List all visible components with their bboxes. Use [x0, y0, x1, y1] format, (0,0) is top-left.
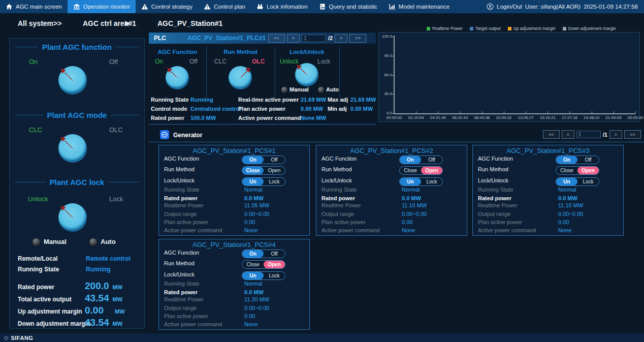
plc-lock-unlock-knob[interactable]: [295, 63, 318, 86]
auto-radio[interactable]: [89, 238, 98, 246]
agc-function-toggle[interactable]: OnOff: [242, 250, 285, 258]
agc-function-toggle-option[interactable]: Off: [421, 156, 442, 164]
agc-function-toggle-option[interactable]: On: [556, 156, 577, 164]
run-method-toggle[interactable]: CloseOpen: [399, 166, 443, 175]
lock-unlock-toggle-option[interactable]: Un: [242, 178, 264, 185]
lock-unlock-toggle-option[interactable]: Lock: [264, 272, 285, 279]
pcs-realtime-power-label: Realtime Power: [478, 202, 518, 208]
pcs-row: Run MethodCloseOpen: [164, 166, 305, 175]
run-method-toggle-option[interactable]: Close: [242, 261, 264, 268]
pcs-output-range-value: 0.00~0.00: [244, 305, 269, 311]
plc-last-page-button[interactable]: >>: [349, 34, 366, 43]
y-tick-mark: [392, 113, 394, 114]
plc-realtime-power-value: 21.69 MW: [301, 97, 326, 103]
plc-first-page-button[interactable]: <<: [268, 34, 285, 43]
lock-unlock-toggle-option[interactable]: Lock: [577, 178, 599, 185]
generator-prev-page-button[interactable]: <: [562, 130, 574, 139]
x-tick-label: 21:49:05: [605, 115, 621, 120]
lock-unlock-toggle-option[interactable]: Lock: [264, 178, 285, 185]
nav-item-agc-main-screen[interactable]: AGC main screen: [0, 0, 68, 13]
lock-unlock-toggle-option[interactable]: Un: [400, 178, 421, 185]
pcs-row: Lock/UnlockUnLock: [164, 271, 305, 281]
lock-unlock-toggle[interactable]: UnLock: [242, 271, 285, 280]
agc-function-toggle-label: AGC Function: [164, 250, 199, 256]
agc-function-toggle-option[interactable]: On: [400, 156, 421, 164]
run-method-toggle-option[interactable]: Open: [264, 167, 285, 174]
plant-agc-lock-knob[interactable]: [58, 203, 87, 232]
pcs-row: Active power commandNone: [321, 227, 463, 236]
pcs-active-power-command-value: None: [244, 321, 257, 327]
plc-auto-radio[interactable]: [317, 86, 325, 94]
breadcrumb-all-system[interactable]: All system>>: [18, 19, 61, 27]
plc-off-label: Off: [189, 58, 198, 65]
agc-function-toggle-option[interactable]: Off: [577, 156, 599, 164]
plc-max-adj-label: Max adj: [328, 97, 348, 103]
run-method-toggle[interactable]: CloseOpen: [556, 166, 599, 175]
generator-next-page-button[interactable]: >: [609, 130, 622, 139]
x-tick-mark: [592, 111, 592, 113]
agc-function-toggle-option[interactable]: On: [242, 156, 264, 164]
agc-function-toggle[interactable]: OnOff: [242, 156, 285, 164]
agc-function-toggle-option[interactable]: Off: [264, 156, 285, 164]
run-method-toggle-option[interactable]: Open: [577, 167, 599, 174]
plant-agc-mode-knob[interactable]: [58, 134, 87, 163]
nav-item-control-strategy[interactable]: Control strategy: [136, 0, 198, 13]
pcs-row: Lock/UnlockUnLock: [478, 177, 619, 186]
nav-item-label: AGC main screen: [16, 4, 62, 10]
run-method-toggle-option[interactable]: Open: [264, 261, 285, 268]
y-tick-label: 60.0: [380, 73, 392, 77]
generator-first-page-button[interactable]: <<: [543, 130, 560, 139]
plc-agc-function-knob[interactable]: [166, 66, 189, 89]
run-method-toggle[interactable]: CloseOpen: [242, 166, 285, 175]
agc-function-toggle-option[interactable]: Off: [264, 250, 285, 258]
pcs-row: AGC FunctionOnOff: [164, 250, 305, 259]
pcs-plan-active-power-value: 0.00: [402, 219, 412, 225]
plc-manual-radio[interactable]: [281, 86, 288, 94]
plc-run-method-knob[interactable]: [229, 66, 252, 89]
lock-unlock-toggle-option[interactable]: Lock: [421, 178, 442, 185]
run-method-toggle-option[interactable]: Open: [421, 167, 442, 174]
lock-unlock-toggle[interactable]: UnLock: [399, 177, 443, 186]
lock-unlock-toggle[interactable]: UnLock: [556, 177, 599, 186]
agc-function-toggle-option[interactable]: On: [242, 250, 264, 258]
plc-page-input[interactable]: [302, 35, 326, 42]
x-tick-mark: [569, 111, 570, 113]
pcs-rated-power-value: 0.0 MW: [402, 195, 421, 201]
plant-agc-function-knob[interactable]: [58, 66, 87, 95]
lock-unlock-toggle-label: Lock/Unlock: [164, 177, 195, 183]
plc-next-page-button[interactable]: >: [335, 34, 347, 43]
generator-last-page-button[interactable]: >>: [624, 130, 641, 139]
total-active-output-label: Total active output: [18, 296, 72, 303]
run-method-toggle-option[interactable]: Close: [556, 167, 577, 174]
lock-unlock-toggle[interactable]: UnLock: [242, 177, 285, 186]
login-out-link[interactable]: Login/Out: [497, 4, 522, 10]
lock-unlock-toggle-option[interactable]: Un: [556, 178, 577, 185]
knob-needle: [63, 139, 73, 149]
run-method-toggle-option[interactable]: Close: [400, 167, 421, 174]
warning-icon: [141, 3, 148, 10]
plc-control-mode-label: Control mode: [151, 106, 187, 112]
plc-prev-page-button[interactable]: <: [287, 34, 300, 43]
nav-item-control-plan[interactable]: Control plan: [198, 0, 251, 13]
run-method-toggle-option[interactable]: Close: [242, 167, 264, 174]
pcs-active-power-command-value: None: [244, 227, 257, 233]
run-method-toggle[interactable]: CloseOpen: [242, 260, 285, 269]
pcs-card-title: AGC_PV_Station#1_PCS#3: [473, 147, 623, 154]
agc-function-toggle[interactable]: OnOff: [556, 156, 599, 164]
run-method-toggle-label: Run Method: [321, 166, 352, 172]
legend-label: Realtime Power: [432, 26, 463, 31]
plant-agc-function-title: Plant AGC function: [15, 43, 139, 51]
nav-item-operation-monitor[interactable]: Operation monitor: [68, 0, 136, 13]
x-tick-label: 10:54:32: [496, 115, 511, 120]
manual-radio[interactable]: [32, 238, 41, 246]
nav-item-lock-infomation[interactable]: Lock infomation: [251, 0, 313, 13]
agc-function-toggle[interactable]: OnOff: [399, 156, 443, 164]
nav-item-model-maintenance[interactable]: Model maintenance: [383, 0, 455, 13]
pcs-plan-active-power-label: Plan active power: [321, 219, 366, 225]
y-tick-label: 0.0: [380, 111, 392, 115]
lock-unlock-toggle-option[interactable]: Un: [242, 272, 264, 279]
generator-page-input[interactable]: [576, 131, 601, 138]
rated-power-value: 200.0MW: [85, 281, 122, 292]
nav-item-query-statistic[interactable]: Query and statistic: [313, 0, 383, 13]
legend-label: Target output: [475, 26, 501, 31]
